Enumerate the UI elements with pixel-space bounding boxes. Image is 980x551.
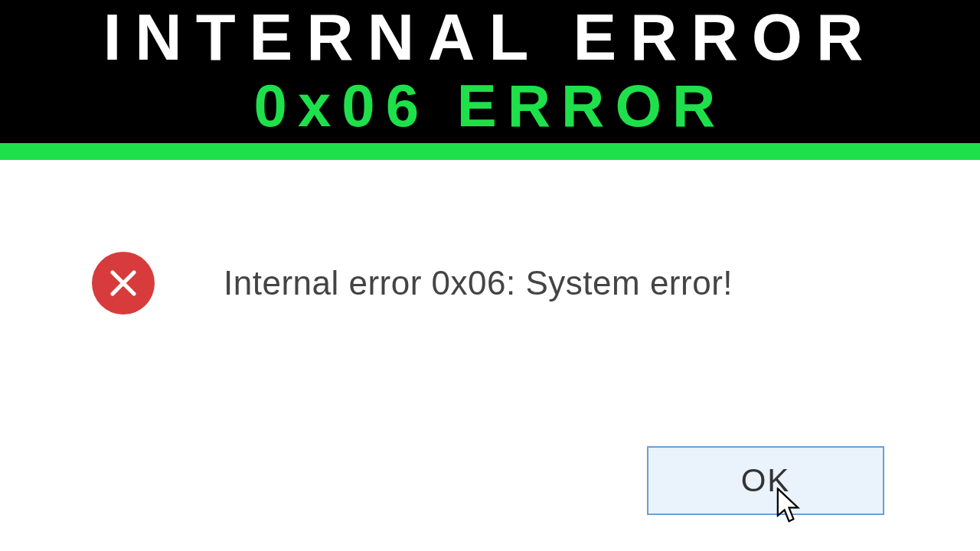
title-banner: INTERNAL ERROR 0x06 ERROR: [0, 0, 980, 143]
error-message-row: Internal error 0x06: System error!: [92, 252, 733, 315]
banner-line-2: 0x06 ERROR: [0, 73, 980, 144]
ok-button[interactable]: OK: [647, 446, 884, 515]
error-dialog: Internal error 0x06: System error! OK: [0, 160, 980, 546]
cursor-icon: [776, 487, 804, 526]
banner-line-1: INTERNAL ERROR: [0, 0, 980, 73]
divider-bar: [0, 143, 980, 160]
error-message-text: Internal error 0x06: System error!: [224, 264, 733, 302]
error-icon: [92, 252, 155, 315]
